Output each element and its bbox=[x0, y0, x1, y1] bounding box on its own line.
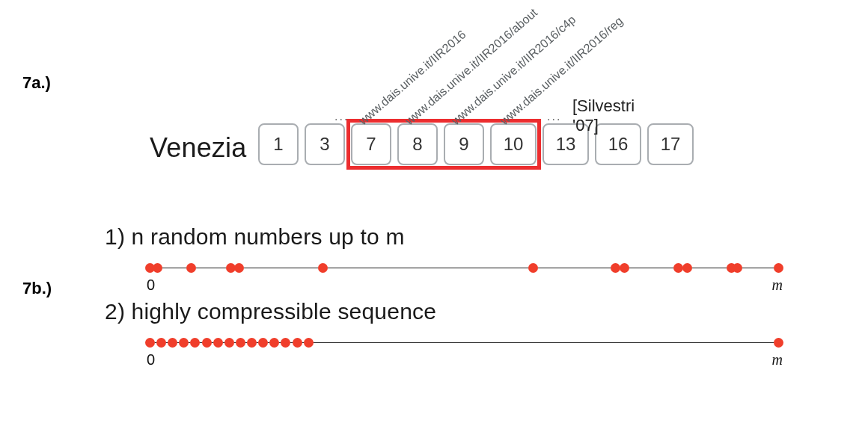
data-point bbox=[774, 338, 783, 348]
posting-box: 1 bbox=[258, 123, 299, 165]
data-point bbox=[236, 338, 245, 348]
data-point bbox=[247, 338, 257, 348]
data-point bbox=[224, 338, 234, 348]
data-point bbox=[673, 263, 683, 273]
data-point bbox=[202, 338, 212, 348]
data-point bbox=[281, 338, 290, 348]
data-point bbox=[269, 338, 279, 348]
diagram-7b: 1) n random numbers up to m 0 m 2) highl… bbox=[105, 224, 786, 371]
data-point bbox=[190, 338, 200, 348]
axis-tick-m: m bbox=[772, 277, 783, 294]
citation: [Silvestri '07] bbox=[572, 96, 635, 135]
number-line-random: 0 m bbox=[105, 260, 786, 290]
data-point bbox=[620, 263, 629, 273]
data-point bbox=[168, 338, 177, 348]
data-point bbox=[153, 263, 162, 273]
data-point bbox=[156, 338, 166, 348]
data-point bbox=[213, 338, 223, 348]
data-point bbox=[682, 263, 692, 273]
axis-tick-m: m bbox=[772, 351, 783, 368]
ellipsis-right: ... bbox=[547, 110, 561, 123]
posting-box: 7 bbox=[351, 123, 391, 165]
section-label-7a: 7a.) bbox=[22, 73, 51, 93]
data-point bbox=[179, 338, 189, 348]
caption-1: 1) n random numbers up to m bbox=[105, 224, 786, 250]
data-point bbox=[528, 263, 538, 273]
caption-2: 2) highly compressible sequence bbox=[105, 299, 786, 324]
data-point bbox=[611, 263, 620, 273]
data-point bbox=[186, 263, 196, 273]
data-point bbox=[318, 263, 328, 273]
data-point bbox=[145, 338, 155, 348]
posting-term: Venezia bbox=[150, 132, 247, 164]
ellipsis-left: ... bbox=[334, 110, 349, 123]
data-point bbox=[733, 263, 742, 273]
posting-box: 10 bbox=[490, 123, 537, 165]
section-label-7b: 7b.) bbox=[22, 279, 52, 298]
axis-tick-zero: 0 bbox=[147, 351, 155, 368]
posting-box: 3 bbox=[305, 123, 345, 165]
data-point bbox=[258, 338, 268, 348]
data-point bbox=[774, 263, 783, 273]
number-line-compressible: 0 m bbox=[105, 335, 786, 365]
posting-box: 17 bbox=[647, 123, 694, 165]
data-point bbox=[293, 338, 302, 348]
data-point bbox=[304, 338, 314, 348]
axis-tick-zero: 0 bbox=[147, 277, 155, 294]
data-point bbox=[234, 263, 244, 273]
posting-box: 8 bbox=[397, 123, 438, 165]
posting-box: 9 bbox=[444, 123, 484, 165]
